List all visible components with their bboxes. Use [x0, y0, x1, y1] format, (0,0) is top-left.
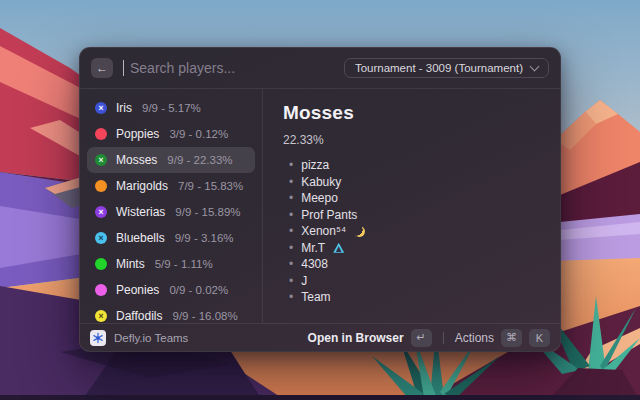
command-key-icon: ⌘ [501, 329, 522, 347]
bullet-icon: • [289, 225, 293, 238]
triangle-icon [333, 243, 344, 253]
team-stats: 9/9 - 22.33% [167, 154, 232, 166]
team-detail-panel: Mosses 22.33% • pizza • Kabuky • Meepo •… [263, 89, 560, 323]
player-name: J [301, 275, 307, 288]
players-list: • pizza • Kabuky • Meepo • Prof Pants • … [283, 159, 540, 304]
team-row[interactable]: × Mosses 9/9 - 22.33% [87, 147, 255, 173]
player-name: Meepo [301, 192, 338, 205]
team-row[interactable]: Peonies 0/9 - 0.02% [87, 277, 255, 303]
team-name: Peonies [116, 283, 159, 297]
defly-logo-icon [90, 330, 106, 346]
window-body: × Iris 9/9 - 5.17% Poppies 3/9 - 0.12% ×… [80, 89, 560, 323]
player-list-item: • J [289, 275, 540, 288]
footer-bar: Defly.io Teams Open in Browser ↵ Actions… [80, 323, 560, 351]
crescent-moon-icon [353, 225, 366, 238]
bullet-icon: • [289, 209, 293, 222]
team-name: Wisterias [116, 205, 165, 219]
bullet-icon: • [289, 242, 293, 255]
search-input[interactable] [128, 59, 334, 77]
launcher-window: ← Tournament - 3009 (Tournament) × Iris … [79, 47, 561, 352]
player-list-item: • pizza [289, 159, 540, 172]
detail-title: Mosses [283, 102, 540, 124]
bullet-icon: • [289, 291, 293, 304]
tournament-dropdown-value: Tournament - 3009 (Tournament) [355, 62, 523, 74]
search-bar: ← Tournament - 3009 (Tournament) [80, 48, 560, 89]
team-stats: 9/9 - 15.89% [175, 206, 240, 218]
team-color-dot-icon: × [95, 206, 107, 218]
player-name: pizza [301, 159, 329, 172]
player-name: 4308 [301, 258, 328, 271]
player-name: Team [301, 291, 330, 304]
team-color-dot-icon: × [95, 310, 107, 322]
k-key-icon: K [529, 329, 550, 347]
back-arrow-icon: ← [96, 61, 108, 75]
player-list-item: • 4308 [289, 258, 540, 271]
desktop: ← Tournament - 3009 (Tournament) × Iris … [0, 0, 640, 400]
team-color-dot-icon: × [95, 232, 107, 244]
team-row[interactable]: Mints 5/9 - 1.11% [87, 251, 255, 277]
team-color-dot-icon [95, 180, 107, 192]
text-caret [123, 60, 124, 76]
team-name: Mints [116, 257, 145, 271]
player-name: Prof Pants [301, 209, 357, 222]
team-stats: 9/9 - 16.08% [172, 310, 237, 322]
actions-label: Actions [455, 331, 494, 345]
open-in-browser-button[interactable]: Open in Browser ↵ [308, 329, 432, 347]
team-color-dot-icon: × [95, 154, 107, 166]
player-list-item: • Kabuky [289, 176, 540, 189]
player-list-item: • Prof Pants [289, 209, 540, 222]
player-list-item: • Mr.T [289, 242, 540, 255]
team-stats: 5/9 - 1.11% [155, 258, 213, 270]
team-color-dot-icon [95, 258, 107, 270]
team-stats: 3/9 - 0.12% [169, 128, 228, 140]
team-stats: 9/9 - 5.17% [142, 102, 201, 114]
team-row[interactable]: × Iris 9/9 - 5.17% [87, 95, 255, 121]
bullet-icon: • [289, 275, 293, 288]
teams-list: × Iris 9/9 - 5.17% Poppies 3/9 - 0.12% ×… [80, 89, 263, 323]
team-name: Marigolds [116, 179, 168, 193]
team-row[interactable]: × Wisterias 9/9 - 15.89% [87, 199, 255, 225]
team-color-dot-icon: × [95, 102, 107, 114]
player-name: Xenon⁵⁴ [301, 225, 346, 238]
team-stats: 7/9 - 15.83% [178, 180, 243, 192]
team-name: Poppies [116, 127, 159, 141]
team-row[interactable]: Marigolds 7/9 - 15.83% [87, 173, 255, 199]
tournament-dropdown[interactable]: Tournament - 3009 (Tournament) [344, 58, 549, 78]
player-name: Mr.T [301, 242, 325, 255]
app-name: Defly.io Teams [114, 332, 188, 344]
team-name: Daffodils [116, 309, 162, 323]
bullet-icon: • [289, 176, 293, 189]
return-key-icon: ↵ [411, 329, 432, 347]
actions-button[interactable]: Actions ⌘ K [455, 329, 550, 347]
bullet-icon: • [289, 192, 293, 205]
bullet-icon: • [289, 159, 293, 172]
team-color-dot-icon [95, 128, 107, 140]
detail-win-percentage: 22.33% [283, 133, 540, 147]
chevron-down-icon [530, 62, 540, 72]
team-stats: 0/9 - 0.02% [169, 284, 228, 296]
team-name: Iris [116, 101, 132, 115]
footer-divider [443, 332, 444, 344]
player-list-item: • Xenon⁵⁴ [289, 225, 540, 238]
back-button[interactable]: ← [91, 58, 113, 78]
team-color-dot-icon [95, 284, 107, 296]
team-stats: 9/9 - 3.16% [175, 232, 234, 244]
open-in-browser-label: Open in Browser [308, 331, 404, 345]
team-name: Mosses [116, 153, 157, 167]
team-name: Bluebells [116, 231, 165, 245]
team-row[interactable]: Poppies 3/9 - 0.12% [87, 121, 255, 147]
bullet-icon: • [289, 258, 293, 271]
team-row[interactable]: × Bluebells 9/9 - 3.16% [87, 225, 255, 251]
player-list-item: • Team [289, 291, 540, 304]
player-name: Kabuky [301, 176, 341, 189]
player-list-item: • Meepo [289, 192, 540, 205]
